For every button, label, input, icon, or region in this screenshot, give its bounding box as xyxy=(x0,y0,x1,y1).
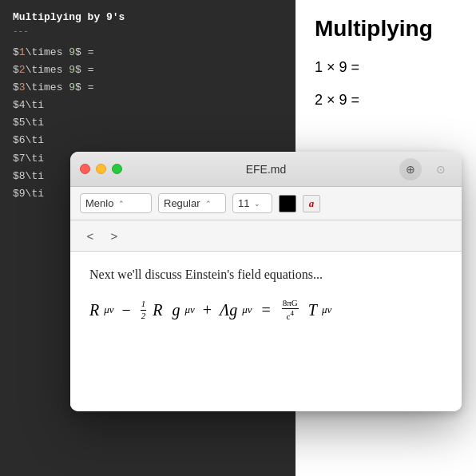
math-line-2: 2 × 9 = xyxy=(315,90,457,110)
style-selector[interactable]: Regular ⌃ xyxy=(158,193,226,213)
formatting-toolbar: Menlo ⌃ Regular ⌃ 11 ⌄ a xyxy=(70,187,462,220)
eq-Rscalar: R xyxy=(153,301,162,319)
code-line-1: $1\times 9$ = xyxy=(13,44,283,61)
traffic-lights xyxy=(80,164,122,174)
eq-munu2-sub: μν xyxy=(185,303,195,316)
style-label: Regular xyxy=(164,197,200,209)
format-icon: a xyxy=(309,197,315,210)
size-label: 11 xyxy=(238,197,249,209)
code-line-3: $3\times 9$ = xyxy=(13,79,283,97)
eq-half: 1 2 xyxy=(141,299,147,320)
color-picker[interactable] xyxy=(279,195,296,212)
eq-munu-sub: μν xyxy=(104,303,113,316)
chevron-right-icon: > xyxy=(111,229,118,243)
style-arrow-icon: ⌃ xyxy=(205,200,212,208)
code-line-5: $5\ti xyxy=(13,114,283,132)
floating-window: EFE.md ⊕ ⊙ Menlo ⌃ Regular ⌃ 11 ⌄ a xyxy=(70,152,462,411)
font-selector[interactable]: Menlo ⌃ xyxy=(80,193,152,213)
eq-minus: − xyxy=(122,301,131,319)
zoom-in-button[interactable]: ⊕ xyxy=(399,158,422,180)
minimize-button[interactable] xyxy=(96,164,106,174)
zoom-in-icon: ⊕ xyxy=(406,163,415,176)
zoom-out-button[interactable]: ⊙ xyxy=(430,158,452,180)
editor-divider: --- xyxy=(13,26,283,36)
nav-back-button[interactable]: < xyxy=(80,225,101,246)
eq-8piG-c4: 8πG c4 xyxy=(282,298,299,322)
font-arrow-icon: ⌃ xyxy=(118,200,125,208)
size-selector[interactable]: 11 ⌄ xyxy=(232,193,272,213)
close-button[interactable] xyxy=(80,164,90,174)
einstein-equation: Rμν − 1 2 R gμν + Λgμν = 8πG c4 Tμν xyxy=(89,298,442,322)
eq-equals: = xyxy=(261,301,270,319)
size-arrow-icon: ⌄ xyxy=(254,200,260,208)
eq-R: R xyxy=(89,301,99,319)
nav-bar: < > xyxy=(70,220,462,252)
math-line-1: 1 × 9 = xyxy=(315,58,457,77)
title-bar-icons: ⊕ ⊙ xyxy=(399,158,452,180)
chevron-left-icon: < xyxy=(87,229,94,243)
eq-munu3-sub: μν xyxy=(242,303,252,316)
intro-text: Next we'll discuss Einstein's field equa… xyxy=(89,268,442,282)
eq-Lambda: Λg xyxy=(220,301,237,319)
content-area: Next we'll discuss Einstein's field equa… xyxy=(70,252,462,411)
zoom-out-icon: ⊙ xyxy=(436,163,446,176)
eq-T: T xyxy=(308,301,317,319)
format-button[interactable]: a xyxy=(303,195,320,212)
title-bar: EFE.md ⊕ ⊙ xyxy=(70,152,462,187)
eq-g: g xyxy=(173,301,180,319)
nav-forward-button[interactable]: > xyxy=(104,225,125,246)
maximize-button[interactable] xyxy=(112,164,122,174)
output-title: Multiplying xyxy=(315,16,457,42)
window-title: EFE.md xyxy=(246,163,287,176)
font-label: Menlo xyxy=(85,197,113,209)
code-line-4: $4\ti xyxy=(13,97,283,114)
code-line-6: $6\ti xyxy=(13,132,283,149)
eq-munu4-sub: μν xyxy=(322,303,331,316)
code-line-2: $2\times 9$ = xyxy=(13,61,283,79)
editor-title: Multiplying by 9's xyxy=(13,11,283,23)
eq-plus: + xyxy=(203,301,212,319)
